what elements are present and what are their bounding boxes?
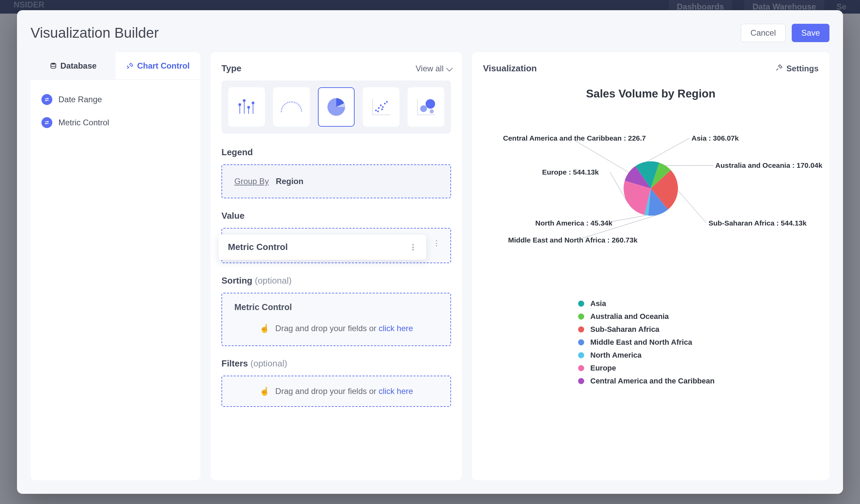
cancel-button[interactable]: Cancel xyxy=(741,24,786,42)
more-icon[interactable]: ⋮ xyxy=(433,239,440,248)
tab-chart-control[interactable]: Chart Control xyxy=(115,52,200,80)
filters-hint: Drag and drop your fields or click here xyxy=(234,387,438,396)
value-label: Value xyxy=(221,211,451,221)
legend-color-dot xyxy=(578,301,584,307)
legend-item[interactable]: Central America and the Caribbean xyxy=(578,375,819,388)
svg-line-35 xyxy=(571,138,629,173)
svg-point-23 xyxy=(382,109,383,110)
legend-item[interactable]: North America xyxy=(578,349,819,362)
svg-point-10 xyxy=(247,106,250,109)
sliders-icon xyxy=(41,117,52,128)
chart-legend: AsiaAustralia and OceaniaSub-Saharan Afr… xyxy=(578,297,819,388)
svg-point-19 xyxy=(382,106,384,108)
svg-point-3 xyxy=(47,121,48,122)
legend-item[interactable]: Sub-Saharan Africa xyxy=(578,323,819,336)
sorting-drop-zone[interactable]: Metric Control Drag and drop your fields… xyxy=(221,293,451,346)
pie-slice-label: Australia and Oceania : 170.04k xyxy=(715,161,822,170)
chart-type-bubble[interactable] xyxy=(407,87,444,127)
control-item-date-range[interactable]: Date Range xyxy=(39,88,192,111)
tab-database-label: Database xyxy=(60,61,97,71)
view-all-text: View all xyxy=(416,64,444,73)
visualization-panel: Visualization Settings Sales Volume by R… xyxy=(472,52,829,480)
legend-label: Middle East and North Africa xyxy=(590,338,692,347)
filters-drop-zone[interactable]: Drag and drop your fields or click here xyxy=(221,376,451,407)
svg-point-1 xyxy=(47,98,48,99)
svg-point-17 xyxy=(378,107,380,109)
control-item-label: Metric Control xyxy=(58,118,109,127)
svg-point-21 xyxy=(386,101,388,103)
groupby-field: Region xyxy=(276,177,303,186)
pie-slice-label: Middle East and North Africa : 260.73k xyxy=(508,236,637,244)
chart-type-lollipop[interactable] xyxy=(228,87,265,127)
svg-point-12 xyxy=(252,102,254,104)
more-icon[interactable]: ⋮ xyxy=(409,243,417,252)
left-panel: Database Chart Control Date Range xyxy=(31,52,200,480)
legend-item[interactable]: Australia and Oceania xyxy=(578,310,819,323)
value-drop-zone[interactable]: Metric Control ⋮ Metric Control ⋮ xyxy=(221,228,451,263)
chart-type-row xyxy=(221,81,451,133)
sorting-label: Sorting (optional) xyxy=(221,275,451,286)
tab-database[interactable]: Database xyxy=(31,52,115,80)
view-all-link[interactable]: View all xyxy=(416,64,451,73)
visualization-builder-modal: Visualization Builder Cancel Save Databa… xyxy=(17,10,843,494)
metric-chip-label: Metric Control xyxy=(228,242,288,252)
filters-click-here[interactable]: click here xyxy=(379,387,413,396)
chart-config-panel: Type View all xyxy=(211,52,462,480)
svg-point-0 xyxy=(51,63,56,65)
legend-label: Europe xyxy=(590,364,616,373)
pie-slice-label: North America : 45.34k xyxy=(535,219,612,227)
legend-color-dot xyxy=(578,365,584,371)
legend-item[interactable]: Europe xyxy=(578,362,819,375)
svg-point-6 xyxy=(239,103,241,106)
svg-point-16 xyxy=(375,110,377,111)
legend-label: North America xyxy=(590,351,642,360)
pie-chart: Asia : 306.07kAustralia and Oceania : 17… xyxy=(483,114,819,263)
svg-point-8 xyxy=(243,99,246,102)
svg-point-26 xyxy=(420,105,427,112)
legend-item[interactable]: Middle East and North Africa xyxy=(578,336,819,349)
control-item-label: Date Range xyxy=(58,95,102,104)
legend-color-dot xyxy=(578,352,584,358)
tools-icon xyxy=(126,62,134,70)
svg-point-2 xyxy=(45,100,46,101)
metric-control-chip[interactable]: Metric Control ⋮ xyxy=(218,234,427,260)
legend-color-dot xyxy=(578,378,584,384)
legend-label: Asia xyxy=(590,299,606,308)
visualization-heading: Visualization xyxy=(483,63,537,74)
control-item-metric-control[interactable]: Metric Control xyxy=(39,111,192,134)
svg-point-4 xyxy=(45,123,46,124)
sorting-hint: Drag and drop your fields or click here xyxy=(234,324,438,333)
chart-type-gauge[interactable] xyxy=(273,87,310,127)
pie-slice-label: Asia : 306.07k xyxy=(691,134,739,142)
legend-item[interactable]: Asia xyxy=(578,297,819,310)
pie-slice-label: Europe : 544.13k xyxy=(542,168,599,176)
legend-drop-zone[interactable]: Group By Region xyxy=(221,164,451,198)
viz-settings-button[interactable]: Settings xyxy=(775,64,819,73)
pie-slice-label: Sub-Saharan Africa : 544.13k xyxy=(708,219,807,227)
save-button[interactable]: Save xyxy=(792,24,829,42)
legend-label: Australia and Oceania xyxy=(590,312,669,321)
chart-title: Sales Volume by Region xyxy=(483,87,819,100)
sorting-field: Metric Control xyxy=(234,302,438,312)
legend-color-dot xyxy=(578,326,584,332)
svg-point-20 xyxy=(384,103,386,105)
wrench-icon xyxy=(775,64,783,73)
chart-type-scatter[interactable] xyxy=(363,87,399,127)
pie-slice-label: Central America and the Caribbean : 226.… xyxy=(503,134,646,142)
type-label: Type xyxy=(221,63,242,74)
groupby-text: Group By xyxy=(234,177,269,186)
chevron-down-icon xyxy=(446,64,451,73)
filters-label: Filters (optional) xyxy=(221,358,451,369)
tab-chart-control-label: Chart Control xyxy=(137,61,190,71)
svg-line-31 xyxy=(678,190,706,223)
svg-point-18 xyxy=(380,105,382,106)
svg-line-29 xyxy=(647,138,689,162)
settings-label: Settings xyxy=(786,64,819,73)
sorting-click-here[interactable]: click here xyxy=(379,324,413,333)
legend-color-dot xyxy=(578,339,584,345)
svg-point-28 xyxy=(430,109,434,113)
database-icon xyxy=(49,62,57,70)
sliders-icon xyxy=(41,94,52,105)
legend-label: Legend xyxy=(221,147,451,158)
chart-type-pie[interactable] xyxy=(318,87,355,127)
